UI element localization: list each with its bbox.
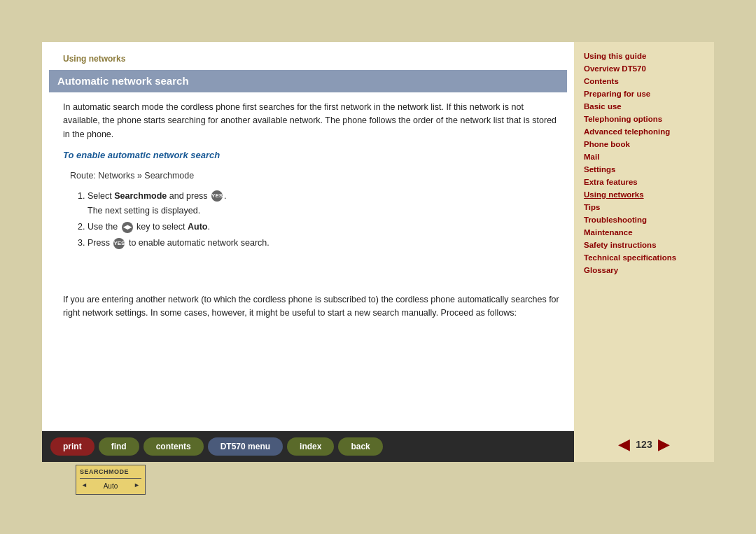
step2-text3: . — [207, 222, 209, 232]
step1-text2: and press — [167, 191, 207, 201]
route-value: Networks » Searchmode — [98, 171, 194, 181]
dt570-menu-button[interactable]: DT570 menu — [208, 437, 283, 456]
route-label: Route: — [70, 171, 96, 181]
section-title: Automatic network search — [57, 75, 189, 87]
nav-arrows-area: ◀ 123 ▶ — [584, 421, 704, 454]
screen-label: SEARCHMODE — [80, 468, 141, 479]
contents-button[interactable]: contents — [144, 437, 204, 456]
next-page-button[interactable]: ▶ — [658, 435, 670, 454]
sidebar-item-mail[interactable]: Mail — [584, 151, 704, 162]
sidebar-item-technical[interactable]: Technical specifications — [584, 252, 704, 263]
sidebar-item-phone-book[interactable]: Phone book — [584, 139, 704, 150]
sidebar-item-settings[interactable]: Settings — [584, 164, 704, 175]
sidebar-item-advanced[interactable]: Advanced telephoning — [584, 126, 704, 137]
step2-text1: Use the — [88, 222, 120, 232]
screen-value: Auto — [104, 481, 118, 492]
sidebar-item-preparing[interactable]: Preparing for use — [584, 88, 704, 99]
sidebar-item-using-this-guide[interactable]: Using this guide — [584, 50, 704, 62]
sidebar-item-safety[interactable]: Safety instructions — [584, 239, 704, 251]
sub-heading: To enable automatic network search — [63, 148, 560, 162]
content-and-sidebar: Using networks Automatic network search … — [42, 42, 714, 462]
content-area: Using networks Automatic network search … — [42, 42, 574, 462]
arrow-left-icon: ◄ — [81, 481, 88, 491]
bottom-toolbar: print find contents DT570 menu index bac… — [42, 431, 574, 462]
yes-button-icon-2: YES — [113, 238, 125, 249]
sidebar-item-maintenance[interactable]: Maintenance — [584, 227, 704, 238]
step1-sub: The next setting is displayed. — [88, 206, 200, 216]
sidebar-item-contents[interactable]: Contents — [584, 76, 704, 87]
breadcrumb-area: Using networks — [42, 42, 574, 67]
sidebar-item-using-networks[interactable]: Using networks — [584, 189, 704, 200]
step2-text2: key to select — [134, 222, 188, 232]
screen-mockup: SEARCHMODE ◄ Auto ► — [76, 465, 146, 495]
arrow-right-icon: ► — [134, 481, 140, 491]
step-3: Press YES to enable automatic network se… — [88, 236, 560, 251]
page-number: 123 — [636, 439, 652, 450]
step1-text1: Select — [88, 191, 114, 201]
sidebar: Using this guide Overview DT570 Contents… — [574, 42, 714, 462]
intro-paragraph: In automatic search mode the cordless ph… — [63, 101, 560, 141]
step3-text1: Press — [88, 238, 112, 248]
steps-list: Select Searchmode and press YES. The nex… — [63, 189, 560, 251]
sidebar-item-tips[interactable]: Tips — [584, 202, 704, 213]
print-button[interactable]: print — [50, 437, 94, 456]
breadcrumb: Using networks — [63, 54, 125, 64]
screen-value-row: ◄ Auto ► — [80, 480, 141, 493]
find-button[interactable]: find — [99, 437, 139, 456]
yes-button-icon: YES — [211, 190, 223, 202]
sidebar-item-troubleshooting[interactable]: Troubleshooting — [584, 214, 704, 225]
step3-text2: to enable automatic network search. — [126, 238, 269, 248]
step1-bold: Searchmode — [114, 191, 167, 201]
body-text-area: In automatic search mode the cordless ph… — [42, 92, 574, 334]
sidebar-item-basic-use[interactable]: Basic use — [584, 101, 704, 112]
outro-paragraph: If you are entering another network (to … — [63, 293, 560, 321]
sidebar-item-overview[interactable]: Overview DT570 — [584, 63, 704, 74]
back-button[interactable]: back — [338, 437, 382, 456]
step-1: Select Searchmode and press YES. The nex… — [88, 189, 560, 219]
sidebar-item-telephoning[interactable]: Telephoning options — [584, 113, 704, 125]
page-wrapper: Using networks Automatic network search … — [42, 42, 714, 462]
route-line: Route: Networks » Searchmode — [63, 169, 560, 183]
index-button[interactable]: index — [287, 437, 334, 456]
nav-button-icon: ◀▶ — [122, 222, 133, 233]
prev-page-button[interactable]: ◀ — [618, 435, 630, 454]
main-container: Using networks Automatic network search … — [0, 0, 756, 534]
sidebar-item-extra-features[interactable]: Extra features — [584, 176, 704, 188]
step2-bold: Auto — [188, 222, 207, 232]
sidebar-item-glossary[interactable]: Glossary — [584, 265, 704, 276]
section-title-bar: Automatic network search — [49, 70, 567, 92]
step-2: Use the ◀▶ key to select Auto. — [88, 220, 560, 234]
